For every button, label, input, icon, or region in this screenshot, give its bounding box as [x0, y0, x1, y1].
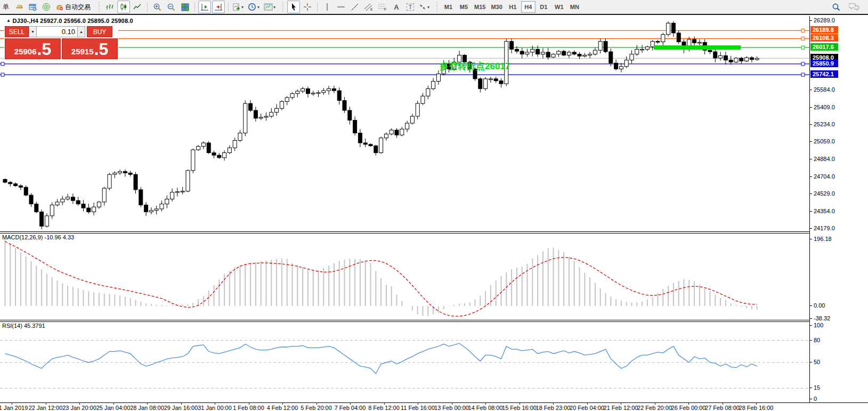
sell-price-display[interactable]: 25906 .5	[5, 38, 61, 59]
cursor-tool-button[interactable]	[287, 1, 300, 13]
axis-tick	[350, 403, 351, 405]
timeframe-w1-button[interactable]: W1	[552, 1, 566, 13]
fibonacci-tool-button[interactable]: F	[376, 1, 389, 13]
price-tick-label: 0.00	[814, 302, 825, 309]
timeframe-d1-button[interactable]: D1	[537, 1, 551, 13]
volume-increase-button[interactable]: ▲	[77, 26, 85, 37]
periods-menu-button[interactable]: ▾	[247, 1, 262, 13]
time-tick-label: 15 Feb 16:00	[502, 405, 537, 411]
axis-tick	[587, 403, 588, 405]
timeframe-h4-button[interactable]: H4	[521, 1, 536, 13]
pivot-price-badge: 26017.6	[810, 43, 838, 51]
line-handle	[801, 37, 805, 40]
timeframe-m5-button[interactable]: M5	[457, 1, 471, 13]
axis-tick	[181, 403, 182, 405]
signal-icon[interactable]	[40, 1, 53, 13]
trendline-tool-button[interactable]	[348, 1, 361, 13]
templates-menu-button[interactable]: ▾	[263, 1, 278, 13]
time-tick-label: 14 Feb 08:00	[468, 405, 503, 411]
timeframe-h1-button[interactable]: H1	[506, 1, 520, 13]
volume-input[interactable]	[37, 26, 77, 37]
time-tick-label: 27 Feb 08:00	[705, 405, 740, 411]
axis-tick	[810, 362, 812, 362]
chart-window: ▲ DJ30-,H4 25927.0 25956.0 25895.0 25908…	[0, 16, 868, 411]
autotrading-button[interactable]: 自动交易	[54, 1, 94, 13]
chart-annotation-text[interactable]: 多空转折点26017	[440, 60, 510, 72]
gold-ingot-icon[interactable]	[12, 1, 25, 13]
vertical-line-tool-button[interactable]	[321, 1, 334, 13]
axis-tick	[810, 159, 812, 159]
toolbar-separator	[194, 2, 195, 12]
axis-tick	[810, 211, 812, 212]
time-tick-label: 21 Feb 12:00	[604, 405, 638, 411]
sell-price-main: 25906	[14, 46, 37, 57]
chart-shift-button[interactable]	[198, 1, 211, 13]
axis-tick	[810, 340, 812, 341]
equidistant-channel-tool-button[interactable]: E	[362, 1, 375, 13]
axis-tick	[452, 403, 452, 405]
arrows-tool-button[interactable]: ▾	[418, 1, 432, 13]
price-tick-label: 24529.0	[814, 190, 835, 197]
svg-text:E: E	[370, 7, 373, 11]
crosshair-tool-button[interactable]	[301, 1, 314, 13]
toolbar-separator	[147, 2, 148, 12]
line-handle	[801, 73, 805, 76]
indicators-menu-button[interactable]: ▾	[232, 1, 246, 13]
toolbar-grip	[97, 2, 101, 12]
new-order-button[interactable]: 单	[2, 3, 11, 12]
axis-tick	[810, 124, 812, 125]
volume-decrease-button[interactable]: ▼	[29, 26, 37, 37]
axis-tick	[418, 403, 418, 405]
volume-spinner: ▼ ▲	[29, 26, 85, 37]
text-label-tool-button[interactable]: T	[404, 1, 417, 13]
tile-windows-button[interactable]	[179, 1, 191, 13]
collapse-marker-icon[interactable]: ▲	[6, 18, 11, 23]
price-tick-label: 80	[814, 337, 820, 343]
price-tick-label: 24354.0	[814, 208, 835, 214]
time-tick-label: 28 Feb 16:00	[739, 405, 774, 411]
text-tool-button[interactable]: A	[390, 1, 403, 13]
market-window-icon[interactable]	[26, 1, 39, 13]
axis-tick	[810, 20, 812, 21]
community-chat-icon[interactable]	[848, 1, 861, 13]
time-tick-label: 22 Feb 20:00	[637, 405, 672, 411]
main-chart-pane[interactable]	[0, 16, 809, 231]
timeframe-m15-button[interactable]: M15	[472, 1, 488, 13]
zoom-out-button[interactable]	[165, 1, 177, 13]
price-tick-label: 26289.0	[814, 17, 835, 23]
macd-pane[interactable]	[0, 233, 809, 320]
time-axis[interactable]: 21 Jan 201922 Jan 12:0023 Jan 20:0025 Ja…	[0, 402, 868, 411]
dropdown-arrow-icon: ▾	[257, 5, 262, 10]
line-handle	[1, 73, 4, 76]
price-tick-label: 196.18	[814, 236, 832, 242]
price-tick-label: 0	[814, 396, 817, 402]
time-tick-label: 8 Feb 12:00	[368, 405, 400, 411]
auto-scroll-button[interactable]	[212, 1, 225, 13]
sell-button[interactable]: SELL	[5, 26, 29, 37]
horizontal-line-tool-button[interactable]	[335, 1, 347, 13]
zoom-in-button[interactable]	[151, 1, 164, 13]
timeframe-m1-button[interactable]: M1	[441, 1, 456, 13]
axis-tick	[249, 403, 249, 405]
rsi-pane[interactable]	[0, 322, 809, 402]
buy-price-display[interactable]: 25915 .5	[62, 38, 118, 59]
bar-chart-button[interactable]	[103, 1, 116, 13]
price-axis[interactable]: 26289.025584.025409.025234.025059.024884…	[809, 16, 868, 402]
time-tick-label: 18 Feb 23:00	[536, 405, 571, 411]
buy-button[interactable]: BUY	[87, 26, 112, 37]
candlestick-chart-button[interactable]	[117, 1, 130, 13]
axis-tick	[756, 403, 757, 405]
line-handle	[1, 62, 4, 66]
timeframe-mn-button[interactable]: MN	[567, 1, 582, 13]
line-chart-button[interactable]	[131, 1, 144, 13]
timeframe-m30-button[interactable]: M30	[489, 1, 504, 13]
line-handle	[801, 29, 805, 32]
search-icon[interactable]	[830, 1, 842, 13]
toolbar-grip	[435, 2, 439, 12]
time-tick-label: 22 Jan 12:00	[29, 405, 63, 411]
symbol-period: DJ30-,H4	[12, 18, 38, 24]
axis-tick	[282, 403, 283, 405]
time-tick-label: 13 Feb 00:00	[434, 405, 469, 411]
resistance-price-badge: 26108.3	[810, 34, 838, 42]
dropdown-arrow-icon: ▾	[273, 5, 278, 10]
